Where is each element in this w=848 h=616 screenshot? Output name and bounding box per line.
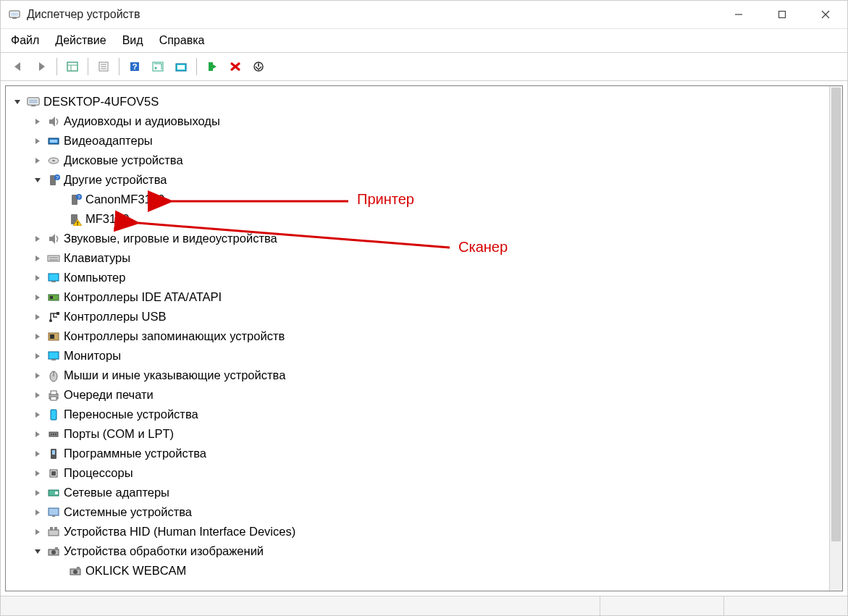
port-icon	[46, 427, 61, 442]
update-driver-button[interactable]	[170, 56, 192, 77]
tree-item-label: Контроллеры USB	[64, 310, 166, 324]
status-pane	[600, 596, 723, 615]
computer-icon	[26, 95, 41, 109]
menu-help[interactable]: Справка	[159, 34, 205, 47]
svg-rect-57	[51, 410, 56, 420]
toolbar-separator	[88, 58, 88, 75]
tree-item-storage-controllers[interactable]: Контроллеры запоминающих устройств	[10, 326, 830, 346]
system-device-icon	[46, 505, 61, 520]
chevron-right-icon[interactable]	[32, 389, 43, 401]
chevron-right-icon[interactable]	[32, 468, 43, 479]
svg-text:?: ?	[133, 62, 138, 71]
minimize-button[interactable]	[717, 1, 760, 28]
tree-item-ide-atapi[interactable]: Контроллеры IDE ATA/ATAPI	[10, 287, 830, 307]
tree-item-system[interactable]: Системные устройства	[10, 502, 830, 522]
menu-view[interactable]: Вид	[122, 34, 143, 47]
chevron-down-icon[interactable]	[32, 174, 43, 186]
chevron-right-icon[interactable]	[32, 507, 43, 518]
svg-rect-63	[52, 450, 55, 455]
tree-item-label: Сетевые адаптеры	[64, 486, 169, 499]
chevron-right-icon[interactable]	[32, 135, 43, 147]
toolbar-separator	[119, 58, 119, 75]
enable-device-button[interactable]	[201, 56, 223, 77]
tree-item-ports[interactable]: Порты (COM и LPT)	[10, 424, 830, 444]
tree-item-mf3110[interactable]: ! MF3110	[10, 209, 830, 229]
svg-rect-28	[50, 140, 57, 143]
device-manager-window: Диспетчер устройств Файл Действие Вид Сп…	[0, 0, 848, 616]
close-button[interactable]	[804, 1, 847, 28]
svg-rect-56	[51, 397, 56, 400]
back-button[interactable]	[7, 56, 29, 77]
disable-device-button[interactable]	[248, 56, 269, 77]
svg-rect-68	[49, 508, 59, 515]
tree-item-hid[interactable]: Устройства HID (Human Interface Devices)	[10, 522, 830, 541]
tree-item-network[interactable]: Сетевые адаптеры	[10, 483, 830, 502]
tree-item-software-devices[interactable]: Программные устройства	[10, 444, 830, 463]
vertical-scrollbar[interactable]	[829, 86, 842, 591]
chevron-right-icon[interactable]	[32, 292, 43, 303]
window-title: Диспетчер устройств	[27, 8, 717, 21]
scrollbar-thumb[interactable]	[831, 88, 841, 541]
svg-point-61	[55, 434, 56, 435]
chevron-right-icon[interactable]	[32, 116, 43, 127]
processor-icon	[46, 466, 61, 481]
tree-item-print-queues[interactable]: Очереди печати	[10, 385, 830, 405]
tree-item-label: Устройства обработки изображений	[64, 544, 264, 558]
uninstall-device-button[interactable]	[224, 56, 246, 77]
chevron-right-icon[interactable]	[32, 350, 43, 362]
chevron-right-icon[interactable]	[32, 155, 43, 166]
toolbar: ?	[1, 53, 847, 81]
properties-button[interactable]	[93, 56, 114, 77]
chevron-right-icon[interactable]	[32, 526, 43, 538]
tree-root[interactable]: DESKTOP-4UFOV5S	[10, 92, 830, 111]
menu-file[interactable]: Файл	[11, 34, 39, 47]
show-hide-console-button[interactable]	[62, 56, 83, 77]
status-pane	[723, 596, 847, 615]
chevron-right-icon[interactable]	[32, 233, 43, 245]
tree-item-imaging[interactable]: Устройства обработки изображений	[10, 541, 830, 561]
display-adapter-icon	[46, 134, 61, 148]
tree-item-oklick-webcam[interactable]: OKLICK WEBCAM	[10, 561, 830, 581]
svg-rect-78	[77, 567, 80, 570]
tree-item-portable[interactable]: Переносные устройства	[10, 405, 830, 424]
tree-item-disk-drives[interactable]: Дисковые устройства	[10, 151, 830, 170]
tree-item-monitors[interactable]: Мониторы	[10, 346, 830, 366]
svg-rect-7	[67, 62, 77, 71]
chevron-right-icon[interactable]	[32, 331, 43, 342]
imaging-device-icon	[46, 544, 61, 559]
svg-rect-1	[11, 12, 18, 16]
tree-item-audio-io[interactable]: Аудиовходы и аудиовыходы	[10, 111, 830, 131]
help-button[interactable]: ?	[124, 56, 146, 77]
forward-button[interactable]	[30, 56, 52, 77]
storage-controller-icon	[46, 329, 61, 344]
tree-item-canon-mf3110[interactable]: ? CanonMF3110	[10, 190, 830, 209]
mouse-icon	[46, 368, 61, 383]
tree-item-computer[interactable]: Компьютер	[10, 268, 830, 287]
svg-rect-19	[177, 65, 185, 69]
chevron-right-icon[interactable]	[32, 272, 43, 284]
unknown-device-warning-icon: !	[68, 212, 83, 227]
tree-item-keyboards[interactable]: Клавиатуры	[10, 248, 830, 268]
chevron-right-icon[interactable]	[32, 370, 43, 381]
speaker-icon	[46, 114, 61, 129]
chevron-right-icon[interactable]	[32, 409, 43, 421]
maximize-button[interactable]	[760, 1, 804, 28]
chevron-right-icon[interactable]	[32, 448, 43, 460]
tree-item-mice[interactable]: Мыши и иные указывающие устройства	[10, 366, 830, 385]
tree-scroll[interactable]: DESKTOP-4UFOV5S Аудиовходы и аудиовыходы…	[6, 86, 830, 591]
chevron-right-icon[interactable]	[32, 429, 43, 440]
tree-item-processors[interactable]: Процессоры	[10, 463, 830, 483]
chevron-right-icon[interactable]	[32, 311, 43, 323]
chevron-right-icon[interactable]	[32, 253, 43, 264]
tree-item-usb-controllers[interactable]: Контроллеры USB	[10, 307, 830, 326]
menu-action[interactable]: Действие	[55, 34, 106, 47]
svg-rect-67	[55, 491, 58, 494]
scan-hardware-button[interactable]	[147, 56, 169, 77]
svg-rect-51	[51, 359, 56, 360]
tree-item-sound-video-game[interactable]: Звуковые, игровые и видеоустройства	[10, 229, 830, 248]
tree-item-video-adapters[interactable]: Видеоадаптеры	[10, 131, 830, 151]
tree-item-other-devices[interactable]: ? Другие устройства	[10, 170, 830, 190]
chevron-right-icon[interactable]	[32, 487, 43, 499]
chevron-down-icon[interactable]	[12, 96, 23, 108]
chevron-down-icon[interactable]	[32, 546, 43, 557]
